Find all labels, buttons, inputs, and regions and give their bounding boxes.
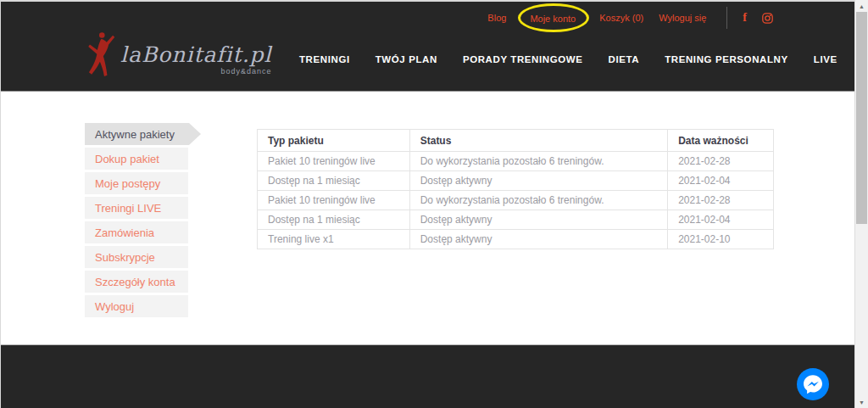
nav-trening-personalny[interactable]: TRENING PERSONALNY	[665, 54, 788, 64]
logout-link[interactable]: Wyloguj się	[659, 13, 706, 23]
cell-package-type: Pakiet 10 treningów live	[258, 191, 410, 210]
site-footer	[1, 344, 854, 408]
cell-status: Do wykorzystania pozostało 6 treningów.	[409, 152, 667, 171]
sidebar-item-moje-postepy[interactable]: Moje postępy	[85, 172, 188, 194]
logo-title: laBonitafit.pl	[120, 44, 272, 65]
table-row: Pakiet 10 treningów live Do wykorzystani…	[258, 152, 774, 171]
cell-status: Dostęp aktywny	[409, 210, 667, 230]
active-packages-table: Typ pakietu Status Data ważności Pakiet …	[257, 129, 774, 249]
topbar: Blog Moje konto Koszyk (0) Wyloguj się f	[487, 8, 773, 27]
table-header-row: Typ pakietu Status Data ważności	[258, 130, 774, 152]
logo-subtitle: body&dance	[120, 67, 272, 75]
cell-package-type: Dostęp na 1 miesiąc	[258, 210, 410, 230]
vertical-scrollbar[interactable]: ▲ ▼	[854, 0, 868, 408]
nav-porady-treningowe[interactable]: PORADY TRENINGOWE	[463, 54, 583, 64]
facebook-icon[interactable]: f	[743, 11, 747, 25]
cell-expiry-date: 2021-02-04	[668, 171, 774, 191]
sidebar-item-szczegoly-konta[interactable]: Szczegóły konta	[85, 271, 188, 293]
cart-link[interactable]: Koszyk (0)	[599, 13, 643, 23]
cell-expiry-date: 2021-02-04	[668, 210, 774, 230]
sidebar-item-dokup-pakiet[interactable]: Dokup pakiet	[85, 148, 188, 170]
nav-twoj-plan[interactable]: TWÓJ PLAN	[376, 54, 437, 64]
table-row: Dostęp na 1 miesiąc Dostęp aktywny 2021-…	[258, 210, 774, 230]
topbar-divider	[726, 7, 727, 29]
col-header-status: Status	[409, 130, 667, 152]
nav-treningi[interactable]: TRENINGI	[299, 54, 350, 64]
col-header-typ-pakietu: Typ pakietu	[258, 130, 410, 152]
cell-status: Dostęp aktywny	[409, 171, 667, 191]
my-account-wrap: Moje konto	[521, 7, 584, 29]
sidebar-item-treningi-live[interactable]: Treningi LIVE	[85, 197, 188, 219]
page: Blog Moje konto Koszyk (0) Wyloguj się f	[0, 0, 868, 408]
cell-expiry-date: 2021-02-10	[668, 230, 774, 249]
logo[interactable]: laBonitafit.pl body&dance	[80, 31, 272, 87]
table-row: Pakiet 10 treningów live Do wykorzystani…	[258, 191, 774, 210]
logo-text: laBonitafit.pl body&dance	[120, 44, 272, 75]
table-row: Trening live x1 Dostęp aktywny 2021-02-1…	[258, 230, 774, 249]
scroll-up-arrow-icon[interactable]: ▲	[855, 0, 868, 12]
account-sidebar: Aktywne pakiety Dokup pakiet Moje postęp…	[85, 123, 203, 320]
scroll-down-arrow-icon[interactable]: ▼	[855, 396, 868, 408]
instagram-icon[interactable]	[762, 13, 773, 24]
blog-link[interactable]: Blog	[487, 13, 506, 23]
main-nav: TRENINGI TWÓJ PLAN PORADY TRENINGOWE DIE…	[299, 54, 868, 64]
nav-dieta[interactable]: DIETA	[608, 54, 639, 64]
nav-live[interactable]: LIVE	[814, 54, 837, 64]
sidebar-item-zamowienia[interactable]: Zamówienia	[85, 221, 188, 243]
cell-package-type: Dostęp na 1 miesiąc	[258, 171, 410, 191]
messenger-icon	[797, 368, 829, 400]
table-row: Dostęp na 1 miesiąc Dostęp aktywny 2021-…	[258, 171, 774, 191]
cell-expiry-date: 2021-02-28	[668, 152, 774, 171]
sidebar-item-wyloguj[interactable]: Wyloguj	[85, 295, 188, 317]
cell-status: Dostęp aktywny	[409, 230, 667, 249]
cell-expiry-date: 2021-02-28	[668, 191, 774, 210]
cell-package-type: Pakiet 10 treningów live	[258, 152, 410, 171]
messenger-button[interactable]	[797, 368, 829, 400]
cell-status: Do wykorzystania pozostało 6 treningów.	[409, 191, 667, 210]
col-header-data-waznosci: Data ważności	[668, 130, 774, 152]
dancer-icon	[80, 31, 119, 87]
site-header: Blog Moje konto Koszyk (0) Wyloguj się f	[1, 0, 854, 92]
sidebar-item-aktywne-pakiety[interactable]: Aktywne pakiety	[85, 123, 201, 145]
cell-package-type: Trening live x1	[258, 230, 410, 249]
sidebar-item-subskrypcje[interactable]: Subskrypcje	[85, 246, 188, 268]
my-account-link[interactable]: Moje konto	[530, 14, 576, 24]
scrollbar-thumb[interactable]	[856, 12, 867, 224]
